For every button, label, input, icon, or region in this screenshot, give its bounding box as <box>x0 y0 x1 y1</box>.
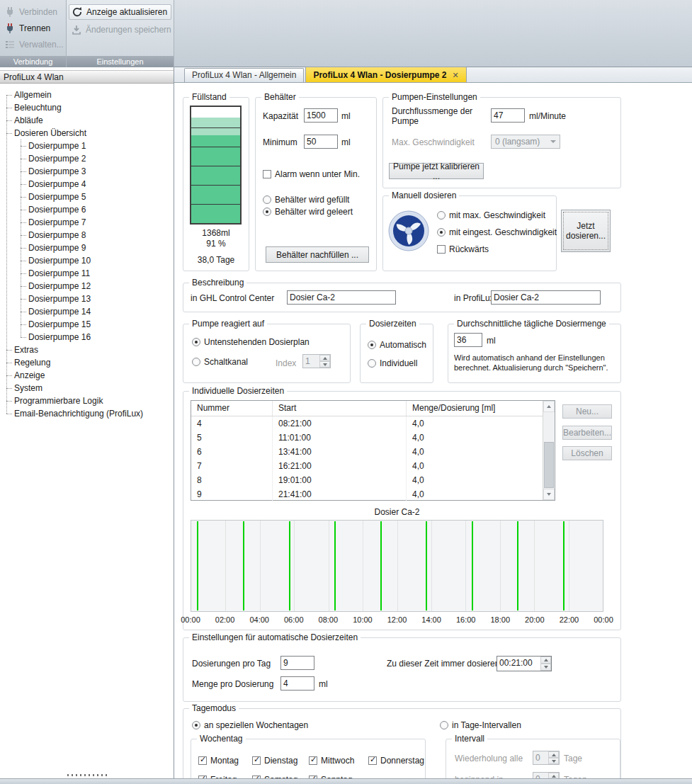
behaelter-geleert-radio[interactable]: Behälter wird geleert <box>263 207 353 217</box>
column-header[interactable]: Nummer <box>191 401 273 416</box>
wochentage-label: an speziellen Wochentagen <box>204 720 308 730</box>
jetzt-dosieren-button[interactable]: Jetzt dosieren... <box>561 210 611 252</box>
sidebar-item-allgemein[interactable]: Allgemein <box>0 89 174 101</box>
kapazitaet-input[interactable] <box>304 108 338 123</box>
sidebar-item-extras[interactable]: Extras <box>0 343 174 356</box>
fixe-zeit-spinner[interactable]: 00:21:00 <box>497 656 552 671</box>
checkbox-label: Montag <box>210 756 239 766</box>
close-icon[interactable] <box>452 68 458 82</box>
sidebar-item-dosierpumpe-15[interactable]: Dosierpumpe 15 <box>0 318 174 331</box>
minimum-input[interactable] <box>304 135 338 149</box>
sidebar-item-dosierpumpe-3[interactable]: Dosierpumpe 3 <box>0 165 174 178</box>
radio-icon <box>263 195 271 204</box>
neu-button[interactable]: Neu... <box>562 404 612 419</box>
sidebar-item-dosierpumpe-5[interactable]: Dosierpumpe 5 <box>0 191 174 203</box>
splitter-grip[interactable] <box>67 774 108 776</box>
sidebar-item-system[interactable]: System <box>0 382 174 394</box>
sidebar-item-dosierpumpe-11[interactable]: Dosierpumpe 11 <box>0 267 174 280</box>
beginnend-spinner[interactable]: 0 <box>533 772 560 778</box>
manage-button[interactable]: Verwalten... <box>2 37 64 52</box>
ghl-name-input[interactable] <box>287 290 396 305</box>
spinner-up-icon[interactable] <box>540 657 551 664</box>
radio-icon <box>368 359 376 368</box>
sidebar-item-dosieren-bersicht[interactable]: Dosieren Übersicht <box>0 127 174 140</box>
automatisch-radio[interactable]: Automatisch <box>368 340 426 350</box>
connect-label: Verbinden <box>19 7 57 17</box>
table-row[interactable]: 819:01:004,0 <box>191 473 543 487</box>
sidebar-item-dosierpumpe-12[interactable]: Dosierpumpe 12 <box>0 280 174 292</box>
alarm-checkbox[interactable]: Alarm wenn unter Min. <box>263 169 360 179</box>
weekday-checkbox-montag[interactable]: Montag <box>198 756 252 766</box>
loeschen-button[interactable]: Löschen <box>562 446 612 460</box>
sidebar-item-email-benachrichtigung-profilux[interactable]: Email-Benachrichtigung (ProfiLux) <box>0 407 174 420</box>
sidebar-item-abl-ufe[interactable]: Abläufe <box>0 114 174 127</box>
scrollbar-thumb[interactable] <box>544 442 554 488</box>
spinner-down-icon[interactable] <box>548 758 559 764</box>
sidebar-item-dosierpumpe-10[interactable]: Dosierpumpe 10 <box>0 254 174 267</box>
rueckwaerts-checkbox[interactable]: Rückwärts <box>437 244 489 254</box>
content-panel: Füllstand 1368ml 91 % 38,0 Tage Behälter… <box>174 83 692 778</box>
table-row[interactable]: 511:01:004,0 <box>191 431 543 445</box>
weekday-checkbox-mittwoch[interactable]: Mittwoch <box>309 756 368 766</box>
save-changes-button[interactable]: Änderungen speichern <box>69 22 171 38</box>
radio-icon <box>440 721 448 729</box>
spinner-down-icon[interactable] <box>319 361 330 368</box>
sidebar-item-beleuchtung[interactable]: Beleuchtung <box>0 101 174 114</box>
sidebar-item-dosierpumpe-7[interactable]: Dosierpumpe 7 <box>0 216 174 229</box>
spinner-up-icon[interactable] <box>548 773 559 778</box>
scroll-up-button[interactable] <box>543 401 555 412</box>
sidebar-item-dosierpumpe-16[interactable]: Dosierpumpe 16 <box>0 331 174 343</box>
dosierplan-radio[interactable]: Untenstehenden Dosierplan <box>192 337 310 347</box>
refresh-view-button[interactable]: Anzeige aktualisieren <box>69 4 171 20</box>
menge-pro-dosierung-input[interactable] <box>280 676 314 691</box>
sidebar-item-dosierpumpe-2[interactable]: Dosierpumpe 2 <box>0 152 174 165</box>
individuell-radio[interactable]: Individuell <box>368 358 417 368</box>
table-scrollbar[interactable] <box>543 401 555 500</box>
disconnect-button[interactable]: Trennen <box>2 21 64 36</box>
profilux-name-input[interactable] <box>491 290 601 305</box>
sidebar-item-dosierpumpe-8[interactable]: Dosierpumpe 8 <box>0 229 174 242</box>
table-row[interactable]: 408:21:004,0 <box>191 416 543 431</box>
sidebar-item-programmierbare-logik[interactable]: Programmierbare Logik <box>0 394 174 407</box>
scroll-down-button[interactable] <box>543 489 555 500</box>
dosiermenge-input[interactable] <box>454 333 482 347</box>
durchfluss-input[interactable] <box>491 108 525 123</box>
dosierungen-pro-tag-input[interactable] <box>280 656 314 670</box>
x-tick-label: 20:00 <box>525 615 545 624</box>
table-row[interactable]: 613:41:004,0 <box>191 445 543 459</box>
sidebar-item-dosierpumpe-6[interactable]: Dosierpumpe 6 <box>0 203 174 216</box>
kalibrieren-button[interactable]: Pumpe jetzt kalibrieren ... <box>389 163 484 179</box>
max-speed-radio[interactable]: mit max. Geschwindigkeit <box>437 210 545 220</box>
column-header[interactable]: Start <box>273 401 407 416</box>
index-spinner[interactable]: 1 <box>302 354 331 368</box>
behaelter-gefuellt-radio[interactable]: Behälter wird gefüllt <box>263 195 349 205</box>
column-header[interactable]: Menge/Dosierung [ml] <box>407 401 543 416</box>
nachfuellen-button[interactable]: Behälter nachfüllen ... <box>266 246 369 263</box>
table-row[interactable]: 716:21:004,0 <box>191 459 543 473</box>
wiederholung-spinner[interactable]: 0 <box>533 751 560 765</box>
max-geschwindigkeit-dropdown[interactable]: 0 (langsam) <box>491 135 560 149</box>
weekday-checkbox-donnerstag[interactable]: Donnerstag <box>368 756 446 766</box>
weekday-checkbox-dienstag[interactable]: Dienstag <box>252 756 309 766</box>
sidebar-item-dosierpumpe-13[interactable]: Dosierpumpe 13 <box>0 292 174 305</box>
sidebar-item-anzeige[interactable]: Anzeige <box>0 369 174 382</box>
spinner-up-icon[interactable] <box>548 751 559 758</box>
wochentage-radio[interactable]: an speziellen Wochentagen <box>192 720 308 730</box>
table-row[interactable]: 921:41:004,0 <box>191 487 543 501</box>
tab-allgemein[interactable]: ProfiLux 4 Wlan - Allgemein <box>184 68 304 82</box>
sidebar-item-dosierpumpe-14[interactable]: Dosierpumpe 14 <box>0 305 174 318</box>
sidebar-item-dosierpumpe-9[interactable]: Dosierpumpe 9 <box>0 242 174 254</box>
set-speed-radio[interactable]: mit eingest. Geschwindigkeit <box>437 227 557 237</box>
table-cell: 9 <box>191 487 273 501</box>
intervall-radio[interactable]: in Tage-Intervallen <box>440 720 521 730</box>
sidebar-item-dosierpumpe-1[interactable]: Dosierpumpe 1 <box>0 140 174 152</box>
connect-button[interactable]: Verbinden <box>2 4 64 20</box>
tab-dosierpumpe-2[interactable]: ProfiLux 4 Wlan - Dosierpumpe 2 <box>305 67 466 82</box>
schaltkanal-radio[interactable]: Schaltkanal <box>192 357 248 367</box>
sidebar-item-dosierpumpe-4[interactable]: Dosierpumpe 4 <box>0 178 174 191</box>
spinner-down-icon[interactable] <box>540 664 551 671</box>
sidebar-item-regelung[interactable]: Regelung <box>0 356 174 369</box>
bearbeiten-button[interactable]: Bearbeiten... <box>562 426 612 440</box>
spinner-up-icon[interactable] <box>319 355 330 361</box>
alarm-label: Alarm wenn unter Min. <box>275 169 360 179</box>
